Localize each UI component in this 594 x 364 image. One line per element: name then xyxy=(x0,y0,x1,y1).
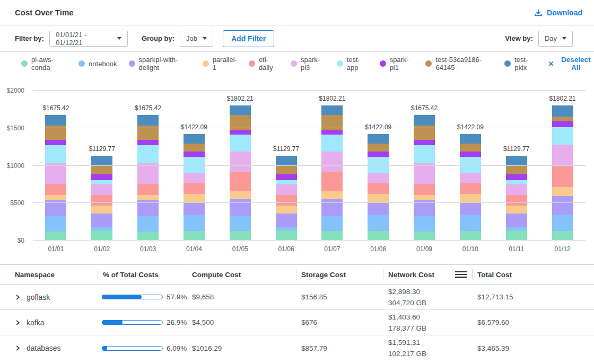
bar-segment-parallel-1[interactable] xyxy=(91,206,112,213)
bar-segment-test-53ca9186-64145[interactable] xyxy=(91,166,112,174)
column-header-storage[interactable]: Storage Cost xyxy=(296,265,383,284)
bar-segment-spark-pi3[interactable] xyxy=(368,173,389,183)
bar-segment-spark-pi1[interactable] xyxy=(276,174,297,180)
bar-segment-test-pkix[interactable] xyxy=(552,105,573,117)
bar-segment-notebook[interactable] xyxy=(321,216,343,231)
group-by-select[interactable]: Job xyxy=(180,31,213,47)
expand-chevron-icon[interactable] xyxy=(15,345,21,351)
stacked-bar[interactable] xyxy=(552,105,573,241)
bar-segment-sparkpi-with-delight[interactable] xyxy=(230,199,251,216)
bar-segment-parallel-1[interactable] xyxy=(414,195,435,200)
bar-segment-test-53ca9186-64145[interactable] xyxy=(184,144,205,152)
bar-segment-pi-aws-conda[interactable] xyxy=(45,232,66,241)
add-filter-button[interactable]: Add Filter xyxy=(223,30,274,47)
bar-segment-spark-pi3[interactable] xyxy=(137,163,159,184)
bar-segment-pi-aws-conda[interactable] xyxy=(368,231,389,241)
stacked-bar[interactable] xyxy=(276,156,297,241)
bar-segment-parallel-1[interactable] xyxy=(368,194,389,203)
bar-segment-spark-pi3[interactable] xyxy=(460,173,481,183)
bar-segment-etl-daily[interactable] xyxy=(137,184,159,195)
bar-segment-test-pkix[interactable] xyxy=(368,134,389,144)
bar-segment-etl-daily[interactable] xyxy=(276,195,297,206)
bar-segment-etl-daily[interactable] xyxy=(321,172,343,191)
bar-segment-spark-pi1[interactable] xyxy=(368,152,389,157)
bar-segment-test-53ca9186-64145[interactable] xyxy=(506,166,527,174)
bar-segment-parallel-1[interactable] xyxy=(552,187,573,196)
bar-segment-parallel-1[interactable] xyxy=(184,194,205,203)
bar-segment-notebook[interactable] xyxy=(414,216,435,231)
bar-segment-spark-pi3[interactable] xyxy=(230,152,251,172)
bar-segment-test-53ca9186-64145[interactable] xyxy=(368,144,389,152)
bar-segment-etl-daily[interactable] xyxy=(184,183,205,194)
stacked-bar[interactable] xyxy=(91,156,112,241)
bar-segment-notebook[interactable] xyxy=(91,227,112,231)
bar-segment-spark-pi1[interactable] xyxy=(137,140,159,145)
legend-item[interactable]: notebook xyxy=(78,60,117,68)
bar-segment-sparkpi-with-delight[interactable] xyxy=(276,214,297,227)
bar-segment-spark-pi1[interactable] xyxy=(552,121,573,127)
bar-segment-etl-daily[interactable] xyxy=(506,195,527,206)
bar-segment-test-53ca9186-64145[interactable] xyxy=(276,166,297,174)
bar-segment-spark-pi1[interactable] xyxy=(184,152,205,157)
bar-segment-test-pkix[interactable] xyxy=(460,134,481,144)
bar-segment-etl-daily[interactable] xyxy=(91,195,112,206)
bar-segment-spark-pi1[interactable] xyxy=(506,174,527,180)
legend-item[interactable]: sparkpi-with-delight xyxy=(129,56,191,72)
bar-segment-spark-pi1[interactable] xyxy=(45,140,66,145)
bar-segment-test-app[interactable] xyxy=(552,127,573,144)
bar-segment-notebook[interactable] xyxy=(552,215,573,231)
stacked-bar[interactable] xyxy=(321,105,343,241)
legend-item[interactable]: spark-pi1 xyxy=(380,56,414,72)
bar-segment-test-pkix[interactable] xyxy=(230,105,251,115)
legend-item[interactable]: test-53ca9186-64145 xyxy=(425,56,493,72)
bar-segment-test-app[interactable] xyxy=(506,180,527,185)
bar-segment-pi-aws-conda[interactable] xyxy=(137,232,159,241)
bar-segment-pi-aws-conda[interactable] xyxy=(552,231,573,241)
stacked-bar[interactable] xyxy=(230,105,251,241)
bar-segment-parallel-1[interactable] xyxy=(506,206,527,213)
download-button[interactable]: Download xyxy=(534,8,582,17)
bar-segment-test-pkix[interactable] xyxy=(184,134,205,144)
date-range-select[interactable]: 01/01/21 - 01/12/21 xyxy=(49,31,128,47)
bar-segment-pi-aws-conda[interactable] xyxy=(91,230,112,241)
column-header-namespace[interactable]: Namespace xyxy=(0,265,98,284)
bar-segment-spark-pi3[interactable] xyxy=(506,184,527,195)
bar-segment-notebook[interactable] xyxy=(45,216,66,231)
bar-segment-test-app[interactable] xyxy=(230,135,251,152)
bar-segment-parallel-1[interactable] xyxy=(460,194,481,203)
bar-segment-test-app[interactable] xyxy=(45,145,66,163)
bar-segment-spark-pi1[interactable] xyxy=(321,130,343,135)
bar-segment-test-app[interactable] xyxy=(321,135,343,152)
legend-item[interactable]: etl-daily xyxy=(249,56,279,72)
bar-segment-sparkpi-with-delight[interactable] xyxy=(368,203,389,215)
legend-item[interactable]: parallel-1 xyxy=(203,56,237,72)
bar-segment-notebook[interactable] xyxy=(460,215,481,231)
bar-segment-sparkpi-with-delight[interactable] xyxy=(552,196,573,215)
bar-segment-etl-daily[interactable] xyxy=(552,166,573,188)
bar-segment-pi-aws-conda[interactable] xyxy=(321,231,343,241)
bar-segment-spark-pi3[interactable] xyxy=(321,152,343,172)
bar-segment-spark-pi3[interactable] xyxy=(414,163,435,184)
bar-segment-pi-aws-conda[interactable] xyxy=(276,230,297,241)
column-header-network[interactable]: Network Cost xyxy=(383,265,472,284)
bar-segment-notebook[interactable] xyxy=(276,227,297,231)
bar-segment-test-pkix[interactable] xyxy=(137,115,159,126)
bar-segment-parallel-1[interactable] xyxy=(230,191,251,199)
column-menu-icon[interactable] xyxy=(454,270,468,279)
bar-segment-notebook[interactable] xyxy=(506,227,527,231)
view-by-select[interactable]: Day xyxy=(538,31,573,47)
bar-segment-test-pkix[interactable] xyxy=(414,115,435,126)
legend-item[interactable]: spark-pi3 xyxy=(291,56,325,72)
bar-segment-notebook[interactable] xyxy=(184,215,205,231)
bar-segment-spark-pi1[interactable] xyxy=(230,130,251,135)
bar-segment-notebook[interactable] xyxy=(137,216,159,231)
stacked-bar[interactable] xyxy=(368,134,389,241)
bar-segment-test-53ca9186-64145[interactable] xyxy=(552,117,573,121)
bar-segment-etl-daily[interactable] xyxy=(460,183,481,194)
bar-segment-etl-daily[interactable] xyxy=(368,183,389,194)
column-header-compute[interactable]: Compute Cost xyxy=(187,265,296,284)
bar-segment-parallel-1[interactable] xyxy=(321,191,343,199)
bar-segment-notebook[interactable] xyxy=(230,216,251,231)
bar-segment-pi-aws-conda[interactable] xyxy=(414,232,435,241)
bar-segment-test-53ca9186-64145[interactable] xyxy=(460,144,481,152)
